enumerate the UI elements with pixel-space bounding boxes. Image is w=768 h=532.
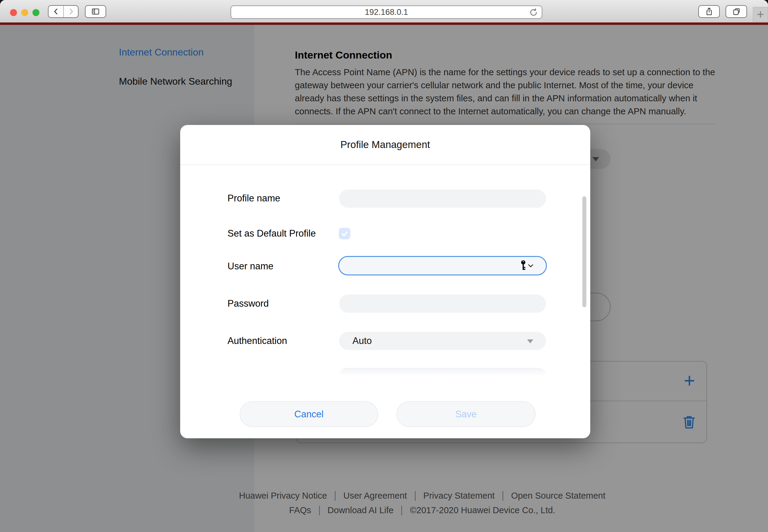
new-tab-button[interactable]: +: [753, 7, 768, 22]
checkmark-icon: [341, 230, 349, 238]
default-profile-checkbox[interactable]: [339, 228, 350, 239]
traffic-light-close[interactable]: [10, 9, 17, 16]
chevron-down-icon: [528, 264, 533, 268]
password-label: Password: [227, 298, 269, 309]
profile-management-dialog: Profile Management Profile name Set as D…: [180, 125, 590, 438]
password-autofill-button[interactable]: [520, 260, 533, 271]
password-input[interactable]: [339, 295, 546, 313]
triangle-down-icon: [527, 339, 533, 343]
forward-button[interactable]: [63, 5, 79, 18]
sidebar-panel-icon: [90, 7, 101, 16]
authentication-dropdown[interactable]: Auto: [339, 332, 546, 350]
share-icon: [704, 6, 714, 17]
traffic-light-zoom[interactable]: [32, 9, 39, 16]
sidebar-toggle-button[interactable]: [85, 5, 106, 18]
next-field-partially-visible: [339, 368, 546, 375]
chevron-left-icon: [52, 7, 60, 16]
set-default-profile-label: Set as Default Profile: [227, 228, 316, 239]
cancel-button[interactable]: Cancel: [240, 401, 378, 427]
browser-toolbar: 192.168.0.1: [0, 0, 768, 22]
dialog-scrollbar-thumb[interactable]: [582, 196, 586, 307]
profile-name-label: Profile name: [227, 193, 280, 204]
dialog-title: Profile Management: [180, 139, 590, 150]
share-button[interactable]: [698, 5, 720, 18]
tabs-icon: [732, 6, 741, 17]
reload-icon[interactable]: [528, 7, 539, 18]
user-name-input[interactable]: [339, 257, 520, 274]
dialog-header-divider: [180, 164, 590, 165]
traffic-light-minimize[interactable]: [21, 9, 28, 16]
address-bar[interactable]: 192.168.0.1: [231, 5, 542, 19]
key-icon: [520, 260, 526, 271]
tab-overview-button[interactable]: [726, 5, 747, 18]
browser-window: 192.168.0.1: [0, 0, 768, 532]
user-name-label: User name: [227, 261, 274, 272]
authentication-label: Authentication: [227, 335, 287, 346]
profile-name-input[interactable]: [339, 190, 546, 208]
url-text: 192.168.0.1: [365, 8, 408, 17]
plus-icon: +: [757, 8, 764, 21]
save-button-disabled[interactable]: Save: [396, 401, 536, 427]
authentication-selected-value: Auto: [352, 335, 372, 346]
user-name-field-focused: [338, 256, 547, 275]
back-button[interactable]: [48, 5, 64, 18]
chevron-right-icon: [67, 7, 75, 16]
